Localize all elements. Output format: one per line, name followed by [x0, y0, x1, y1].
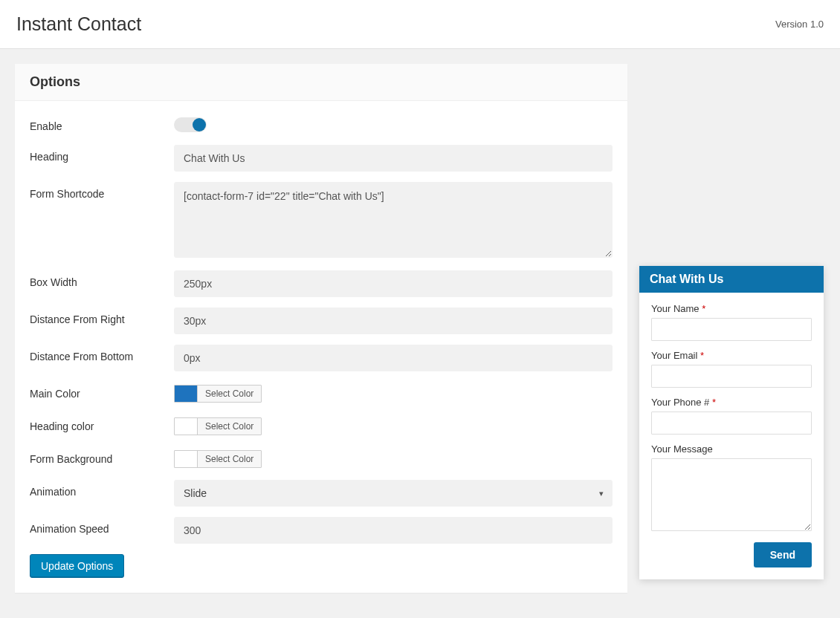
label-heading-color: Heading color	[30, 414, 174, 432]
label-animation-speed: Animation Speed	[30, 517, 174, 535]
chat-field-message: Your Message	[651, 443, 812, 533]
chat-input-message[interactable]	[651, 458, 812, 531]
chat-label-message: Your Message	[651, 443, 812, 455]
panel-title: Options	[15, 64, 627, 101]
chat-send-button[interactable]: Send	[754, 542, 812, 567]
label-main-color: Main Color	[30, 382, 174, 400]
chat-widget: Chat With Us Your Name * Your Email * Yo…	[639, 266, 824, 579]
select-animation[interactable]: Slide	[174, 480, 613, 507]
chat-header[interactable]: Chat With Us	[639, 266, 824, 293]
row-main-color: Main Color Select Color	[30, 382, 613, 404]
label-shortcode: Form Shortcode	[30, 182, 174, 200]
row-box-width: Box Width	[30, 270, 613, 297]
chat-field-email: Your Email *	[651, 350, 812, 388]
toggle-enable[interactable]	[174, 117, 207, 132]
row-form-bg: Form Background Select Color	[30, 447, 613, 469]
chat-input-phone[interactable]	[651, 412, 812, 435]
colorpicker-formbg[interactable]: Select Color	[174, 450, 262, 468]
chat-field-phone: Your Phone # *	[651, 397, 812, 435]
input-box-width[interactable]	[174, 270, 613, 297]
colorbtn-heading: Select Color	[197, 418, 261, 435]
required-asterisk: *	[702, 303, 705, 314]
chat-body: Your Name * Your Email * Your Phone # * …	[639, 293, 824, 579]
label-form-bg: Form Background	[30, 447, 174, 465]
input-animation-speed[interactable]	[174, 517, 613, 544]
colorbtn-formbg: Select Color	[197, 451, 261, 467]
swatch-heading-color	[175, 418, 197, 435]
update-options-button[interactable]: Update Options	[30, 554, 124, 578]
label-distance-right: Distance From Right	[30, 308, 174, 325]
options-panel: Options Enable Heading Form Shortcode	[15, 64, 627, 593]
chat-label-name: Your Name *	[651, 303, 812, 314]
page-header: Instant Contact Version 1.0	[0, 0, 840, 49]
row-distance-right: Distance From Right	[30, 308, 613, 334]
colorbtn-main: Select Color	[197, 386, 261, 402]
input-heading[interactable]	[174, 145, 613, 172]
chat-input-email[interactable]	[651, 365, 812, 388]
toggle-knob	[193, 118, 206, 131]
row-animation: Animation Slide	[30, 480, 613, 507]
row-enable: Enable	[30, 114, 613, 134]
swatch-form-bg	[175, 451, 197, 467]
row-heading-color: Heading color Select Color	[30, 414, 613, 437]
chat-input-name[interactable]	[651, 318, 812, 341]
chat-label-phone: Your Phone # *	[651, 397, 812, 408]
label-enable: Enable	[30, 114, 174, 132]
swatch-main-color	[175, 386, 197, 402]
chat-footer: Send	[651, 542, 812, 567]
row-distance-bottom: Distance From Bottom	[30, 345, 613, 371]
label-heading: Heading	[30, 145, 174, 163]
row-animation-speed: Animation Speed	[30, 517, 613, 544]
label-box-width: Box Width	[30, 270, 174, 288]
row-shortcode: Form Shortcode [contact-form-7 id="22" t…	[30, 182, 613, 260]
row-heading: Heading	[30, 145, 613, 172]
label-distance-bottom: Distance From Bottom	[30, 345, 174, 362]
colorpicker-heading[interactable]: Select Color	[174, 417, 262, 435]
version-label: Version 1.0	[775, 19, 824, 30]
input-distance-bottom[interactable]	[174, 345, 613, 371]
required-asterisk: *	[700, 350, 704, 361]
input-shortcode[interactable]: [contact-form-7 id="22" title="Chat with…	[174, 182, 613, 258]
input-distance-right[interactable]	[174, 308, 613, 334]
label-animation: Animation	[30, 480, 174, 498]
chat-field-name: Your Name *	[651, 303, 812, 341]
page-title: Instant Contact	[16, 13, 141, 35]
chat-label-email: Your Email *	[651, 350, 812, 361]
panel-body: Enable Heading Form Shortcode [contact-f…	[15, 101, 627, 593]
colorpicker-main[interactable]: Select Color	[174, 385, 262, 403]
required-asterisk: *	[712, 397, 716, 408]
